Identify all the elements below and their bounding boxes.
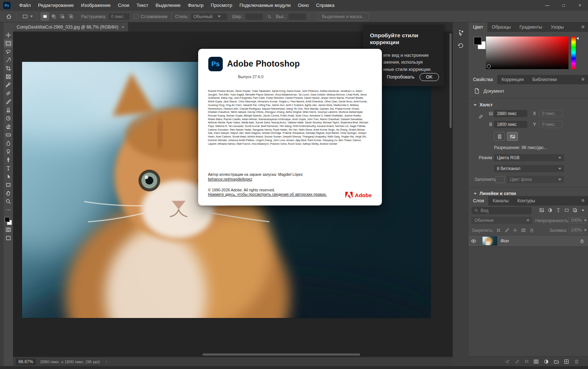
color-picker-ring[interactable] <box>487 64 491 68</box>
home-button[interactable] <box>4 12 13 21</box>
menu-plugins[interactable]: Подключаемые модули <box>236 0 294 11</box>
layer-name[interactable]: Фон <box>500 238 509 243</box>
color-mode-dropdown[interactable]: Цвета RGB <box>494 154 564 161</box>
fill-color-swatch[interactable] <box>495 176 505 183</box>
blur-tool-icon[interactable] <box>4 139 13 147</box>
lock-position-icon[interactable] <box>513 228 517 233</box>
healing-brush-tool-icon[interactable] <box>4 89 13 97</box>
new-selection-mode-button[interactable] <box>41 12 49 21</box>
tab-close-icon[interactable]: × <box>122 24 124 30</box>
layer-thumbnail[interactable] <box>482 236 497 246</box>
tab-gradients[interactable]: Градиенты <box>515 22 547 32</box>
menu-type[interactable]: Текст <box>133 0 152 11</box>
tab-libraries[interactable]: Библиотеки <box>528 75 561 84</box>
swap-dimensions-icon[interactable] <box>265 12 274 21</box>
feather-input[interactable]: 0 пикс. <box>108 13 129 20</box>
menu-layers[interactable]: Слои <box>114 0 133 11</box>
zoom-level[interactable]: 66.67% <box>16 359 36 365</box>
lock-artboard-icon[interactable] <box>521 228 526 233</box>
filter-type-layers-icon[interactable] <box>556 207 561 213</box>
lock-all-icon[interactable] <box>529 228 534 233</box>
maximize-button[interactable]: □ <box>555 0 572 11</box>
frame-tool-icon[interactable] <box>4 73 13 81</box>
filter-adjustment-layers-icon[interactable] <box>547 207 553 213</box>
menu-view[interactable]: Просмотр <box>207 0 236 11</box>
new-adjustment-layer-icon[interactable] <box>544 359 549 364</box>
menu-select[interactable]: Выделение <box>152 0 184 11</box>
try-button[interactable]: Попробовать <box>387 75 414 80</box>
style-dropdown[interactable]: Обычный <box>191 13 227 20</box>
blend-mode-dropdown[interactable]: Обычные <box>472 217 532 224</box>
foreground-color-swatch[interactable] <box>5 217 10 222</box>
subtract-selection-mode-button[interactable] <box>58 12 67 21</box>
fill-input[interactable]: 100% <box>568 227 585 233</box>
new-group-icon[interactable] <box>554 359 559 364</box>
quick-mask-icon[interactable] <box>4 226 13 234</box>
canvas-y-input[interactable]: 0 пикс. <box>539 121 563 128</box>
close-button[interactable]: × <box>572 0 588 11</box>
layer-effects-fx-icon[interactable]: fx <box>525 359 529 364</box>
filter-toggle-icon[interactable] <box>581 207 585 212</box>
screen-mode-icon[interactable] <box>4 234 13 242</box>
filter-pixel-layers-icon[interactable] <box>539 207 544 213</box>
clone-stamp-tool-icon[interactable] <box>4 106 13 114</box>
pin-layers-icon[interactable] <box>504 359 510 364</box>
horizontal-scrollbar-thumb[interactable] <box>203 353 360 356</box>
layer-lock-icon[interactable] <box>580 238 584 243</box>
path-selection-tool-icon[interactable] <box>4 173 13 181</box>
canvas-height-input[interactable]: 1800 пикс <box>494 121 527 128</box>
edit-toolbar-icon[interactable] <box>4 206 13 214</box>
select-and-mask-button[interactable]: Выделение и маска... <box>318 13 369 21</box>
tab-color[interactable]: Цвет <box>469 22 487 32</box>
link-dimensions-icon[interactable] <box>478 114 483 119</box>
brush-tool-icon[interactable] <box>4 98 13 106</box>
vertical-scrollbar[interactable] <box>449 31 452 352</box>
tool-preset-marquee-icon[interactable] <box>21 12 29 21</box>
document-tab[interactable]: CompDeskWalCol-2969_033.jpg @ 66,7% (RGB… <box>13 22 128 31</box>
add-layer-mask-icon[interactable] <box>533 359 539 364</box>
lock-paint-icon[interactable] <box>504 228 509 233</box>
tab-layers[interactable]: Слои <box>469 196 488 205</box>
tab-adjustments[interactable]: Коррекция <box>497 75 528 84</box>
tab-channels[interactable]: Каналы <box>488 196 513 205</box>
pen-tool-icon[interactable] <box>4 156 13 164</box>
foreground-color-swatch[interactable] <box>474 37 482 45</box>
eraser-tool-icon[interactable] <box>4 123 13 131</box>
menu-image[interactable]: Изображение <box>77 0 114 11</box>
canvas-x-input[interactable]: 0 пикс. <box>539 110 563 117</box>
hue-slider[interactable] <box>571 37 576 69</box>
panel-menu-icon[interactable]: ≡ <box>581 75 588 84</box>
status-chevron-icon[interactable] <box>104 359 108 364</box>
eyedropper-tool-icon[interactable] <box>4 81 13 89</box>
menu-edit[interactable]: Редактирование <box>34 0 77 11</box>
height-input[interactable] <box>289 13 306 20</box>
portrait-orientation-button[interactable] <box>494 132 505 141</box>
bit-depth-dropdown[interactable]: 8 бит/канал <box>494 165 564 172</box>
add-selection-mode-button[interactable] <box>49 12 58 21</box>
menu-help[interactable]: Справка <box>312 0 338 11</box>
rectangular-marquee-tool-icon[interactable] <box>4 39 13 47</box>
vertical-scrollbar-thumb[interactable] <box>449 33 452 128</box>
tab-swatches[interactable]: Образцы <box>487 22 515 32</box>
dodge-tool-icon[interactable] <box>4 148 13 156</box>
filter-smart-objects-icon[interactable] <box>572 207 578 213</box>
width-input[interactable] <box>246 13 263 20</box>
hue-slider-marker[interactable] <box>576 37 579 40</box>
tab-properties[interactable]: Свойства <box>469 75 497 84</box>
foreground-background-swatches[interactable] <box>4 217 12 225</box>
minimize-button[interactable]: — <box>539 0 555 11</box>
type-tool-icon[interactable] <box>4 164 13 172</box>
layer-search-input[interactable]: Вид <box>472 207 532 214</box>
move-tool-icon[interactable] <box>4 31 13 39</box>
collapsed-panel-history-icon[interactable] <box>456 41 465 50</box>
filter-shape-layers-icon[interactable] <box>564 207 569 213</box>
chevron-down-icon[interactable] <box>30 16 33 17</box>
menu-filter[interactable]: Фильтр <box>184 0 207 11</box>
layer-row-background[interactable]: Фон <box>469 235 588 247</box>
tab-paths[interactable]: Контуры <box>513 196 540 205</box>
ok-button[interactable]: OK <box>419 73 439 81</box>
color-field[interactable] <box>486 37 568 69</box>
copyright-details-link[interactable]: Нажмите здесь, чтобы просмотреть сведени… <box>208 192 327 196</box>
canvas-width-input[interactable]: 2880 пикс <box>494 110 527 117</box>
intersect-selection-mode-button[interactable] <box>67 12 75 21</box>
